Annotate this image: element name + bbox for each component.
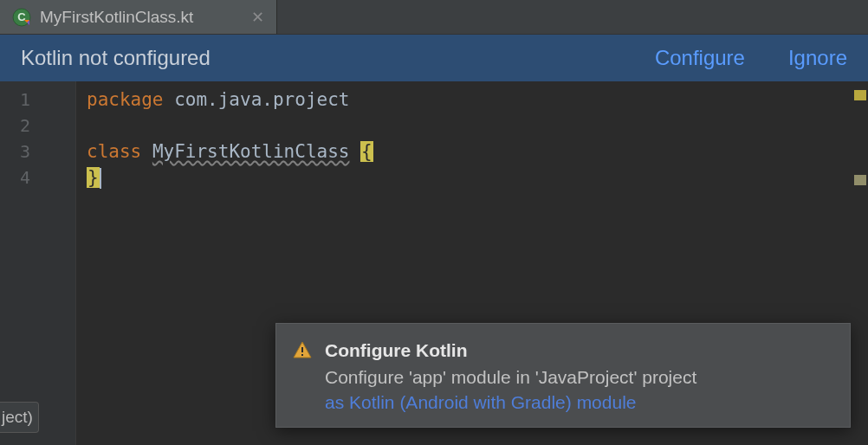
- tab-bar: C MyFirstKotlinClass.kt ✕: [0, 0, 868, 35]
- intention-body: Configure Kotlin Configure 'app' module …: [325, 338, 696, 415]
- keyword: class: [87, 141, 141, 162]
- gutter: 1 2 3 4: [0, 81, 76, 445]
- line-number: 3: [0, 139, 75, 164]
- warning-marker[interactable]: [854, 90, 866, 100]
- svg-rect-3: [301, 354, 303, 356]
- code-text: [141, 141, 152, 162]
- brace: }: [87, 167, 100, 188]
- code-line: [87, 113, 858, 139]
- keyword: package: [87, 89, 164, 110]
- line-number: 2: [0, 113, 75, 139]
- tab-filename: MyFirstKotlinClass.kt: [40, 8, 193, 27]
- class-name: MyFirstKotlinClass: [152, 141, 350, 162]
- line-number: 4: [0, 164, 75, 190]
- marker-strip: [854, 81, 868, 445]
- configure-link[interactable]: Configure: [655, 46, 745, 70]
- line-number: 1: [0, 87, 75, 113]
- code-line: package com.java.project: [87, 87, 858, 113]
- tab-active[interactable]: C MyFirstKotlinClass.kt ✕: [0, 0, 277, 34]
- brace: {: [360, 141, 373, 162]
- intention-title: Configure Kotlin: [325, 338, 696, 363]
- status-fragment: ject): [0, 402, 39, 433]
- svg-rect-2: [301, 347, 303, 352]
- notification-message: Kotlin not configured: [21, 46, 612, 70]
- intention-description: Configure 'app' module in 'JavaProject' …: [325, 364, 696, 390]
- kotlin-file-icon: C: [12, 8, 31, 27]
- notification-bar: Kotlin not configured Configure Ignore: [0, 35, 868, 81]
- warning-icon: [292, 340, 313, 361]
- close-icon[interactable]: ✕: [251, 8, 264, 27]
- svg-text:C: C: [17, 10, 26, 23]
- caret: [100, 168, 101, 189]
- intention-popup[interactable]: Configure Kotlin Configure 'app' module …: [275, 323, 851, 428]
- code-text: com.java.project: [164, 89, 350, 110]
- intention-link[interactable]: as Kotlin (Android with Gradle) module: [325, 390, 696, 415]
- code-line: class MyFirstKotlinClass {: [87, 139, 858, 164]
- info-marker[interactable]: [854, 175, 866, 185]
- ignore-link[interactable]: Ignore: [788, 46, 847, 70]
- code-line: }: [87, 164, 858, 190]
